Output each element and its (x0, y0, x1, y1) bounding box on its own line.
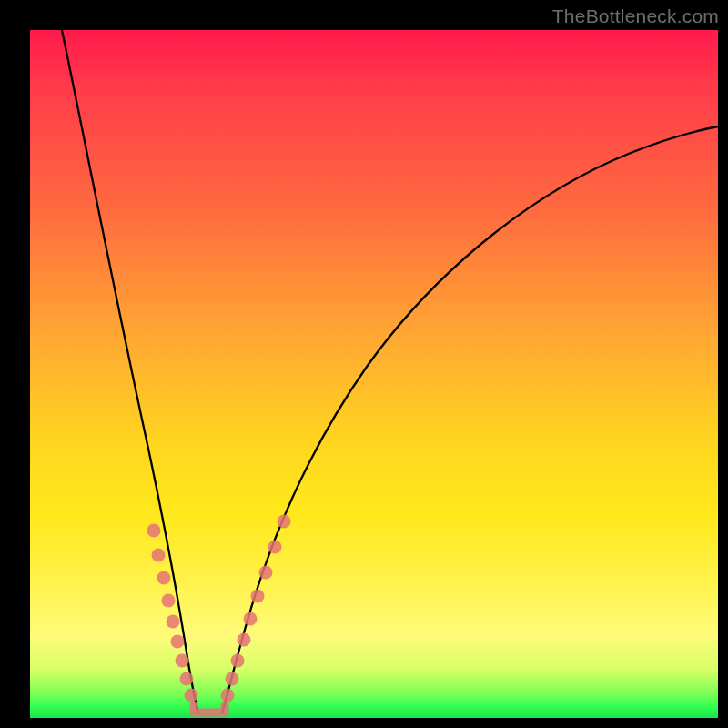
watermark-text: TheBottleneck.com (552, 5, 719, 27)
left-dot (171, 635, 185, 649)
chart-frame: TheBottleneck.com (0, 0, 728, 728)
plot-area (30, 30, 718, 718)
bottom-bracket (194, 705, 225, 713)
left-dot (152, 549, 166, 562)
right-dot (231, 654, 245, 668)
right-dot (268, 541, 282, 554)
left-dot (147, 524, 161, 538)
right-dot (244, 612, 258, 626)
left-curve (62, 30, 198, 713)
left-dot (167, 615, 180, 629)
right-dot (259, 566, 273, 580)
left-dot (162, 594, 176, 608)
left-dot (176, 654, 189, 668)
right-dot (226, 672, 239, 686)
right-dot (238, 633, 251, 647)
right-dot (251, 590, 265, 603)
right-curve (222, 126, 718, 713)
right-dot (278, 515, 291, 529)
left-dot (157, 571, 171, 585)
curve-layer (30, 30, 718, 718)
left-dot (180, 672, 194, 686)
right-dot (221, 689, 235, 703)
left-dot (185, 689, 198, 703)
